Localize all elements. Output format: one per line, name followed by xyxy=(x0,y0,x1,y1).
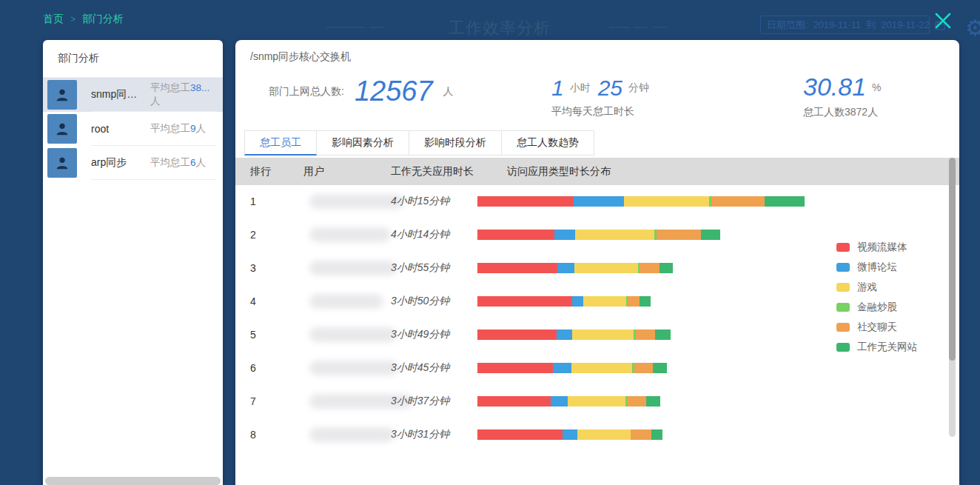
tab-影响时段分析[interactable]: 影响时段分析 xyxy=(409,130,502,155)
row-user-redacted xyxy=(309,261,397,275)
legend-swatch-icon xyxy=(836,323,850,332)
horizontal-scrollbar[interactable] xyxy=(45,477,221,485)
bar-segment-社交聊天 xyxy=(711,196,765,207)
stat-pct-value: 30.81 xyxy=(803,73,866,101)
legend-label: 金融炒股 xyxy=(857,301,897,314)
bar-segment-工作无关网站 xyxy=(653,363,667,373)
date-range-to: 到 xyxy=(866,19,876,32)
row-duration: 3小时55分钟 xyxy=(391,261,449,275)
title-decor-line xyxy=(653,27,668,28)
row-distribution-bar xyxy=(477,296,651,307)
department-panel-title: 部门分析 xyxy=(43,40,223,78)
row-duration: 4小时14分钟 xyxy=(391,228,449,241)
row-distribution-bar xyxy=(477,230,720,240)
legend-item: 微博论坛 xyxy=(836,257,917,277)
date-range-picker[interactable]: 日期范围: 2019-11-11 到 2019-11-22 xyxy=(760,16,930,34)
bar-segment-游戏 xyxy=(575,230,654,240)
bar-segment-工作无关网站 xyxy=(660,263,673,273)
row-user-redacted xyxy=(309,361,398,375)
title-decor-line xyxy=(609,27,629,28)
department-list-item[interactable]: root 平均怠工9人 xyxy=(43,112,223,146)
legend-item: 社交聊天 xyxy=(836,317,917,337)
table-header: 排行 用户 工作无关应用时长 访问应用类型时长分布 xyxy=(235,158,959,185)
department-stat: 平均怠工6人 xyxy=(150,156,215,170)
row-rank: 7 xyxy=(250,395,256,407)
breadcrumb-current: 部门分析 xyxy=(82,13,124,26)
vertical-scrollbar-thumb[interactable] xyxy=(949,158,956,361)
row-duration: 3小时50分钟 xyxy=(391,295,449,308)
row-duration: 4小时15分钟 xyxy=(391,195,449,208)
bar-segment-游戏 xyxy=(571,363,632,373)
department-list-item[interactable]: snmp同步核... 平均怠工38...人 xyxy=(43,78,223,112)
department-panel: 部门分析 snmp同步核... 平均怠工38...人 root 平均怠工9人 xyxy=(43,40,223,485)
column-duration: 工作无关应用时长 xyxy=(391,165,474,178)
bar-segment-微博论坛 xyxy=(554,230,575,240)
close-icon[interactable] xyxy=(933,10,953,31)
legend-swatch-icon xyxy=(836,303,850,312)
bar-segment-视频流媒体 xyxy=(477,363,553,373)
row-duration: 3小时45分钟 xyxy=(391,361,449,375)
bar-segment-工作无关网站 xyxy=(765,196,805,207)
tab-怠工员工[interactable]: 怠工员工 xyxy=(244,130,317,155)
stat-total-label: 部门上网总人数: xyxy=(269,85,344,98)
department-stat: 平均怠工9人 xyxy=(150,122,215,136)
table-row[interactable]: 7 3小时37分钟 xyxy=(235,385,959,418)
row-rank: 6 xyxy=(250,362,256,374)
chart-legend: 视频流媒体微博论坛游戏金融炒股社交聊天工作无关网站 xyxy=(836,237,917,357)
title-decor-line xyxy=(326,27,365,28)
title-decor-line xyxy=(370,27,385,28)
tab-影响因素分析[interactable]: 影响因素分析 xyxy=(317,130,409,155)
row-distribution-bar xyxy=(477,396,660,407)
date-range-end: 2019-11-22 xyxy=(881,19,930,30)
row-rank: 2 xyxy=(250,229,256,241)
table-row[interactable]: 1 4小时15分钟 xyxy=(235,185,959,218)
department-detail-panel: /snmp同步核心交换机 部门上网总人数: 12567 人 1 小时 25 分钟… xyxy=(235,40,959,485)
department-name: arp同步 xyxy=(91,156,147,170)
stat-idle-percentage: 30.81 % 怠工人数3872人 xyxy=(803,73,882,119)
tab-怠工人数趋势[interactable]: 怠工人数趋势 xyxy=(502,130,594,155)
bar-segment-游戏 xyxy=(568,396,625,407)
bar-segment-工作无关网站 xyxy=(655,330,671,340)
legend-label: 微博论坛 xyxy=(857,261,897,274)
gear-icon[interactable]: ⚙ xyxy=(965,15,980,41)
stat-avg-minutes: 25 xyxy=(598,76,622,101)
breadcrumb: 首页 > 部门分析 xyxy=(43,13,124,26)
row-user-redacted xyxy=(309,327,397,342)
breadcrumb-home-link[interactable]: 首页 xyxy=(43,13,64,26)
stat-avg-idle-time: 1 小时 25 分钟 平均每天怠工时长 xyxy=(551,76,649,118)
legend-item: 游戏 xyxy=(836,277,917,297)
bar-segment-游戏 xyxy=(583,296,626,307)
stat-avg-hours-unit: 小时 xyxy=(570,81,591,95)
bar-segment-社交聊天 xyxy=(640,263,660,273)
department-name: root xyxy=(91,123,147,135)
bar-segment-微博论坛 xyxy=(551,396,568,407)
column-rank: 排行 xyxy=(250,165,271,178)
date-range-start: 2019-11-11 xyxy=(813,19,862,30)
row-user-redacted xyxy=(309,194,404,209)
legend-label: 游戏 xyxy=(857,281,877,294)
bar-segment-游戏 xyxy=(574,263,638,273)
bar-segment-社交聊天 xyxy=(636,330,655,340)
bar-segment-社交聊天 xyxy=(657,230,701,240)
bar-segment-视频流媒体 xyxy=(477,429,563,440)
bar-segment-游戏 xyxy=(624,196,709,207)
row-user-redacted xyxy=(309,294,383,309)
row-rank: 8 xyxy=(250,429,256,441)
row-distribution-bar xyxy=(477,263,673,273)
row-duration: 3小时49分钟 xyxy=(391,328,449,341)
row-rank: 1 xyxy=(250,195,256,207)
bar-segment-微博论坛 xyxy=(557,330,572,340)
table-row[interactable]: 8 3小时31分钟 xyxy=(235,418,959,452)
legend-item: 金融炒股 xyxy=(836,297,917,317)
legend-label: 社交聊天 xyxy=(857,321,897,334)
bar-segment-社交聊天 xyxy=(628,296,640,307)
department-list: snmp同步核... 平均怠工38...人 root 平均怠工9人 arp同步 … xyxy=(43,78,223,180)
stat-total-users: 部门上网总人数: 12567 人 xyxy=(269,76,454,107)
bar-segment-社交聊天 xyxy=(631,429,651,440)
department-list-item[interactable]: arp同步 平均怠工6人 xyxy=(43,146,223,180)
user-avatar-icon xyxy=(47,148,77,178)
row-distribution-bar xyxy=(477,429,662,440)
bar-segment-游戏 xyxy=(572,330,634,340)
row-distribution-bar xyxy=(477,330,671,340)
stat-total-value: 12567 xyxy=(355,76,433,107)
